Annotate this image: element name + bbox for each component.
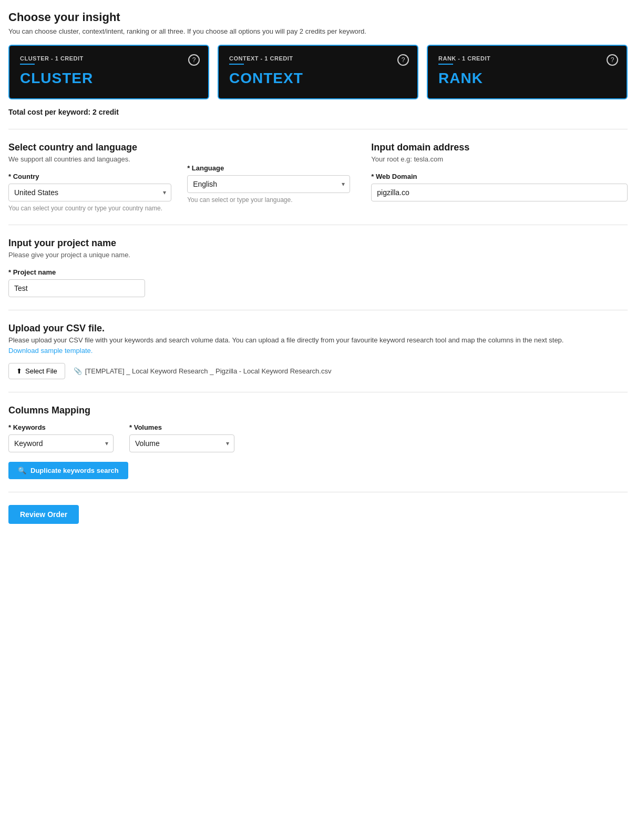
cluster-title: CLUSTER bbox=[20, 70, 198, 87]
country-select-wrapper: United States United Kingdom Canada Aust… bbox=[8, 184, 171, 201]
keywords-mapping-label: * Keywords bbox=[8, 423, 114, 431]
volumes-mapping-label: * Volumes bbox=[129, 423, 234, 431]
language-hint: You can select or type your language. bbox=[187, 196, 350, 204]
columns-mapping-section: Columns Mapping * Keywords Keyword Term … bbox=[8, 405, 628, 479]
keywords-select-wrapper: Keyword Term Query ▾ bbox=[8, 434, 114, 452]
context-credit-label: CONTEXT - 1 CREDIT bbox=[229, 55, 407, 62]
country-lang-domain-section: Select country and language We support a… bbox=[8, 142, 628, 212]
select-file-button[interactable]: ⬆ Select File bbox=[8, 363, 65, 379]
cluster-divider bbox=[20, 64, 35, 65]
country-label: * Country bbox=[8, 173, 171, 180]
volumes-mapping-field: * Volumes Volume Search Volume Monthly V… bbox=[129, 423, 234, 452]
keywords-mapping-field: * Keywords Keyword Term Query ▾ bbox=[8, 423, 114, 452]
domain-desc: Your root e.g: tesla.com bbox=[371, 155, 628, 163]
language-select[interactable]: English Spanish French German bbox=[187, 175, 350, 193]
project-section: Input your project name Please give your… bbox=[8, 238, 628, 297]
domain-section: Input domain address Your root e.g: tesl… bbox=[371, 142, 628, 201]
divider-1 bbox=[8, 129, 628, 129]
rank-credit-label: RANK - 1 CREDIT bbox=[438, 55, 616, 62]
review-order-button[interactable]: Review Order bbox=[8, 505, 79, 524]
upload-section: Upload your CSV file. Please upload your… bbox=[8, 323, 628, 379]
review-order-label: Review Order bbox=[20, 510, 67, 519]
upload-section-title: Upload your CSV file. bbox=[8, 323, 628, 334]
divider-3 bbox=[8, 310, 628, 310]
context-title: CONTEXT bbox=[229, 70, 407, 87]
divider-2 bbox=[8, 225, 628, 225]
cluster-card[interactable]: ? CLUSTER - 1 CREDIT CLUSTER bbox=[8, 45, 209, 99]
language-label: * Language bbox=[187, 164, 350, 172]
rank-title: RANK bbox=[438, 70, 616, 87]
country-section-wrapper: Select country and language We support a… bbox=[8, 142, 171, 212]
volumes-select[interactable]: Volume Search Volume Monthly Volume bbox=[129, 434, 234, 452]
context-help-icon[interactable]: ? bbox=[397, 54, 409, 66]
search-icon: 🔍 bbox=[18, 467, 26, 474]
paperclip-icon: 📎 bbox=[74, 367, 82, 375]
select-file-label: Select File bbox=[25, 367, 57, 375]
total-cost: Total cost per keyword: 2 credit bbox=[8, 108, 628, 116]
context-divider bbox=[229, 64, 244, 65]
project-section-desc: Please give your project a unique name. bbox=[8, 251, 628, 259]
rank-help-icon[interactable]: ? bbox=[607, 54, 618, 66]
dup-btn-label: Duplicate keywords search bbox=[30, 467, 119, 474]
file-name-display: 📎 [TEMPLATE] _ Local Keyword Research _ … bbox=[74, 367, 332, 375]
rank-divider bbox=[438, 64, 453, 65]
project-name-input[interactable] bbox=[8, 279, 145, 297]
cluster-credit-label: CLUSTER - 1 CREDIT bbox=[20, 55, 198, 62]
cluster-help-icon[interactable]: ? bbox=[188, 54, 200, 66]
project-field-group: * Project name bbox=[8, 268, 628, 297]
project-section-title: Input your project name bbox=[8, 238, 628, 249]
country-lang-section: Select country and language We support a… bbox=[8, 142, 350, 212]
context-card[interactable]: ? CONTEXT - 1 CREDIT CONTEXT bbox=[218, 45, 418, 99]
page-title: Choose your insight bbox=[8, 11, 628, 24]
mapping-row: * Keywords Keyword Term Query ▾ * Volume… bbox=[8, 423, 628, 452]
volumes-select-wrapper: Volume Search Volume Monthly Volume ▾ bbox=[129, 434, 234, 452]
duplicate-keywords-button[interactable]: 🔍 Duplicate keywords search bbox=[8, 462, 128, 479]
web-domain-label: * Web Domain bbox=[371, 173, 628, 180]
web-domain-input[interactable] bbox=[371, 184, 628, 201]
divider-5 bbox=[8, 492, 628, 492]
country-hint: You can select your country or type your… bbox=[8, 205, 171, 212]
page-subtitle: You can choose cluster, context/intent, … bbox=[8, 27, 628, 35]
upload-icon: ⬆ bbox=[16, 367, 22, 375]
rank-card[interactable]: ? RANK - 1 CREDIT RANK bbox=[427, 45, 628, 99]
upload-desc: Please upload your CSV file with your ke… bbox=[8, 336, 628, 344]
keywords-select[interactable]: Keyword Term Query bbox=[8, 434, 114, 452]
divider-4 bbox=[8, 392, 628, 392]
project-name-label: * Project name bbox=[8, 268, 628, 276]
country-field-group: * Country United States United Kingdom C… bbox=[8, 173, 171, 212]
language-select-wrapper: English Spanish French German ▾ bbox=[187, 175, 350, 193]
country-select[interactable]: United States United Kingdom Canada Aust… bbox=[8, 184, 171, 201]
download-template-link[interactable]: Download sample template. bbox=[8, 347, 93, 355]
file-row: ⬆ Select File 📎 [TEMPLATE] _ Local Keywo… bbox=[8, 363, 628, 379]
domain-title: Input domain address bbox=[371, 142, 628, 153]
file-name-text: [TEMPLATE] _ Local Keyword Research _ Pi… bbox=[85, 367, 332, 375]
bottom-section: Review Order bbox=[8, 505, 628, 524]
columns-mapping-title: Columns Mapping bbox=[8, 405, 628, 416]
insight-cards: ? CLUSTER - 1 CREDIT CLUSTER ? CONTEXT -… bbox=[8, 45, 628, 99]
country-section-desc: We support all countries and languages. bbox=[8, 155, 171, 163]
language-field-group: * Language English Spanish French German… bbox=[187, 142, 350, 212]
country-section-title: Select country and language bbox=[8, 142, 171, 153]
